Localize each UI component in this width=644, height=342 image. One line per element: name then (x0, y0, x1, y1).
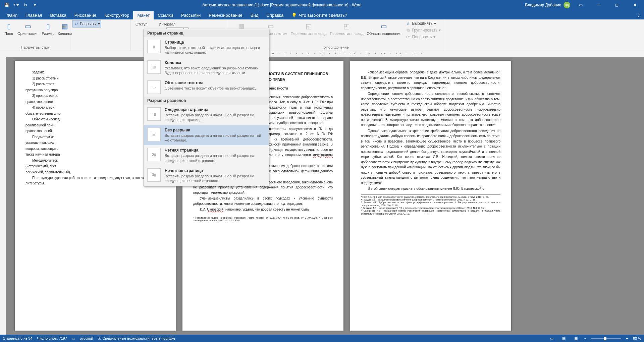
tab-home[interactable]: Главная (21, 11, 46, 19)
tab-help[interactable]: Справка (262, 11, 287, 19)
status-bar: Страница 5 из 34 Число слов: 7197 ▭ русс… (0, 335, 644, 342)
break-column[interactable]: ▥КолонкаУказывает, что текст, следующий … (144, 58, 269, 78)
break-page-icon: ▯ (147, 40, 161, 53)
break-odd-page[interactable]: 3▯Нечетная страницаВставить разрыв разде… (144, 166, 269, 186)
status-page[interactable]: Страница 5 из 34 (3, 336, 33, 340)
columns-icon: ▥ (59, 21, 70, 32)
tab-draw[interactable]: Рисование (70, 11, 100, 19)
maximize-icon[interactable]: ◻ (609, 0, 625, 10)
backward-icon: ◰ (341, 21, 352, 32)
margins-icon: ▯ (3, 21, 14, 32)
tab-design[interactable]: Конструктор (100, 11, 133, 19)
group-icon: ⧉ (405, 27, 411, 33)
rotate-icon: ⟳ (405, 34, 411, 40)
break-even-page[interactable]: 2▯Четная страницаВставить разрыв раздела… (144, 145, 269, 166)
orientation-button[interactable]: ▭Ориентация (16, 20, 40, 36)
tab-insert[interactable]: Вставка (46, 11, 70, 19)
align-icon: ⫽ (405, 21, 411, 26)
title-bar: 💾 ↶▾ ↻ ▾ Автоматческое оглавление (1).do… (0, 0, 644, 10)
tab-view[interactable]: Вид (247, 11, 263, 19)
size-button[interactable]: ▯Размер (40, 20, 56, 36)
size-icon: ▯ (43, 21, 53, 32)
ribbon-tabs: Файл Главная Вставка Рисование Конструкт… (0, 10, 644, 19)
breaks-icon: ↵ (75, 21, 78, 26)
rotate-button: ⟳Повернуть ▾ (403, 34, 443, 40)
break-oddpage-icon: 3▯ (147, 168, 161, 182)
ruler-horizontal[interactable]: · 1 · 2 · 3 · 4 · 5 · 6 · 7 · 8 · 9 · 10… (0, 51, 644, 57)
tab-file[interactable]: Файл (3, 11, 21, 19)
group-page-setup-label: Параметры стра (2, 45, 68, 50)
tab-layout[interactable]: Макет (133, 11, 154, 19)
window-title: Автоматческое оглавление (1).docx [Режим… (39, 3, 525, 7)
break-nextpage-icon: 1▯ (147, 107, 161, 121)
break-column-icon: ▥ (147, 60, 161, 74)
share-button[interactable]: ⤴ (634, 11, 644, 19)
view-read-icon[interactable]: ▭ (548, 335, 555, 341)
zoom-slider[interactable] (591, 338, 621, 339)
tab-review[interactable]: Рецензирование (205, 11, 246, 19)
status-language[interactable]: русский (80, 336, 93, 340)
breaks-dropdown-menu: Разрывы страниц ▯СтраницаВыбор точки, в … (144, 29, 269, 186)
status-accessibility[interactable]: ⓘ Специальные возможности: все в порядке (98, 336, 175, 341)
margins-button[interactable]: ▯Поля (2, 20, 15, 36)
close-icon[interactable]: ✕ (627, 0, 643, 10)
selection-icon: ▭ (379, 21, 389, 32)
doc-page-6: исчерпывающим образом определена даже до… (350, 61, 511, 331)
break-continuous[interactable]: ☰Без разрываВставить разрыв раздела и на… (144, 125, 269, 146)
selection-pane-button[interactable]: ▭Область выделения (366, 20, 403, 36)
status-words[interactable]: Число слов: 7197 (37, 336, 67, 340)
view-web-icon[interactable]: ▦ (572, 335, 580, 341)
page-breaks-header: Разрывы страниц (144, 29, 269, 37)
forward-icon: ◱ (303, 21, 314, 32)
align-button[interactable]: ⫽Выровнять ▾ (403, 20, 443, 27)
minimize-icon[interactable]: — (591, 0, 606, 10)
avatar[interactable]: ВД (564, 2, 570, 8)
section-breaks-header: Разрывы разделов (144, 97, 269, 105)
break-text-wrapping[interactable]: ▭Обтекание текстомОбтекание текста вокру… (144, 78, 269, 97)
break-evenpage-icon: 2▯ (147, 148, 161, 161)
bring-forward-button: ◱Переместить вперед (289, 20, 328, 36)
tell-me[interactable]: 💡Что вы хотите сделать? (287, 11, 351, 19)
tab-mailings[interactable]: Рассылки (177, 11, 205, 19)
tab-references[interactable]: Ссылки (154, 11, 177, 19)
user-name[interactable]: Владимир Дубовик (525, 3, 561, 7)
send-backward-button: ◰Переместить назад (328, 20, 365, 36)
document-canvas[interactable]: задачи: 1) рассмотреть и 2) рассмотрет п… (6, 57, 644, 335)
break-page[interactable]: ▯СтраницаВыбор точки, в которой заканчив… (144, 37, 269, 58)
indent-label: Отступ (135, 21, 148, 27)
spacing-label: Интервал (158, 21, 190, 27)
ribbon-options-icon[interactable]: ▭ (573, 0, 588, 10)
qat-more-icon[interactable]: ▾ (31, 1, 39, 9)
break-textwrap-icon: ▭ (147, 80, 161, 94)
breaks-button[interactable]: ↵Разрывы ▾ (72, 20, 101, 27)
spellcheck-icon[interactable]: ▭ (72, 336, 75, 341)
zoom-in-button[interactable]: + (626, 336, 628, 340)
break-next-page[interactable]: 1▯Следующая страницаВставить разрыв разд… (144, 105, 269, 125)
zoom-level[interactable]: 60 % (633, 336, 641, 340)
group-button: ⧉Группировать ▾ (403, 27, 443, 34)
ruler-vertical[interactable] (0, 57, 6, 335)
save-icon[interactable]: 💾 (3, 1, 11, 9)
lightbulb-icon: 💡 (291, 13, 297, 18)
break-continuous-icon: ☰ (147, 128, 161, 141)
view-print-icon[interactable]: ▤ (560, 335, 568, 341)
zoom-out-button[interactable]: − (584, 336, 586, 340)
undo-icon[interactable]: ↶▾ (12, 1, 20, 9)
redo-icon[interactable]: ↻ (21, 1, 30, 9)
orientation-icon: ▭ (22, 21, 33, 32)
ribbon: ▯Поля ▭Ориентация ▯Размер ▥Колонки Парам… (0, 19, 644, 51)
